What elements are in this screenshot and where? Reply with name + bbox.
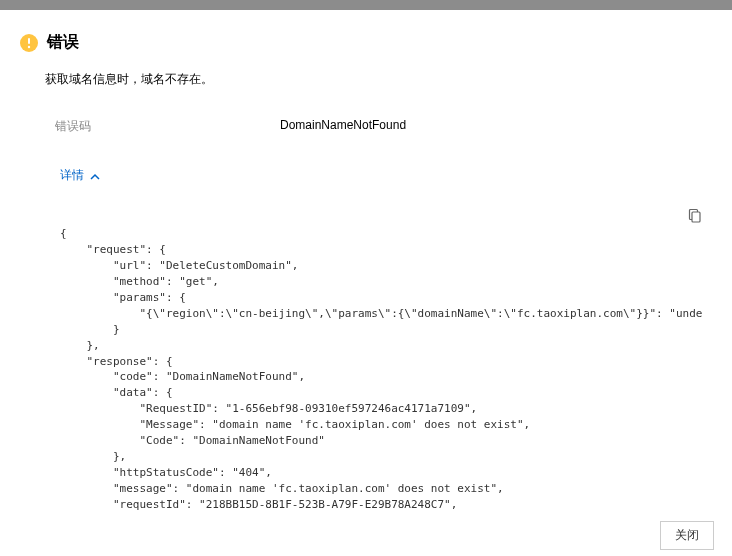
details-toggle[interactable]: 详情 xyxy=(60,167,100,184)
details-panel: { "request": { "url": "DeleteCustomDomai… xyxy=(60,210,702,556)
dialog-footer: 关闭 xyxy=(0,515,732,556)
dialog-title: 错误 xyxy=(47,32,79,53)
error-code-value: DomainNameNotFound xyxy=(280,118,406,135)
svg-rect-4 xyxy=(692,212,700,222)
error-dialog: 错误 获取域名信息时，域名不存在。 错误码 DomainNameNotFound… xyxy=(0,10,732,556)
svg-point-2 xyxy=(28,45,30,47)
error-code-label: 错误码 xyxy=(55,118,280,135)
details-json-block: { "request": { "url": "DeleteCustomDomai… xyxy=(60,210,702,556)
warning-icon xyxy=(20,34,38,52)
error-code-row: 错误码 DomainNameNotFound xyxy=(55,118,712,135)
copy-button[interactable] xyxy=(686,208,702,224)
error-message: 获取域名信息时，域名不存在。 xyxy=(45,71,712,88)
dialog-header: 错误 xyxy=(20,32,712,53)
window-top-bar xyxy=(0,0,732,10)
chevron-up-icon xyxy=(90,171,100,181)
close-button[interactable]: 关闭 xyxy=(660,521,714,550)
svg-rect-1 xyxy=(28,38,30,44)
details-label: 详情 xyxy=(60,167,84,184)
